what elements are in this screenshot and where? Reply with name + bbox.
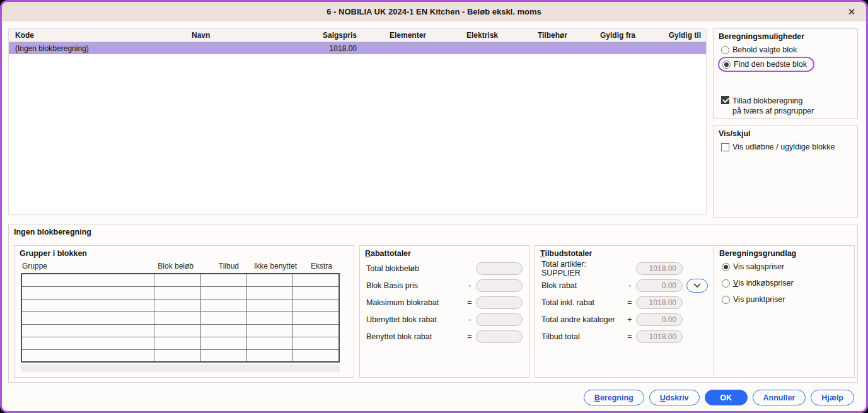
checkbox-vis-udlobne[interactable]: Vis udløbne / ugyldige blokke [721, 143, 857, 151]
row-label: Total andre kataloger [541, 315, 627, 324]
block-list-header: Kode Navn Salgspris Elementer Elektrisk … [9, 29, 706, 42]
beregningsgrundlag-title: Beregningsgrundlag [714, 246, 854, 258]
beregningsgrundlag-group: Beregningsgrundlag Vis salgspriser Vis i… [714, 245, 855, 378]
annuller-button[interactable]: Annuller [753, 390, 806, 405]
row-label: Total inkl. rabat [541, 298, 627, 307]
row-operator: = [627, 298, 633, 307]
total-andre-kataloger-field: 0.00 [636, 313, 683, 326]
table-row [21, 349, 339, 362]
list-row-ingen-blokberegning[interactable]: (Ingen blokberegning) 1018.00 [9, 42, 706, 54]
tilbudstotaler-group: Tilbudstotaler Total artikler: SUPPLIER … [535, 245, 715, 378]
column-header-navn: Navn [185, 31, 292, 40]
total-row: Blok rabat - 0.00 [541, 279, 708, 292]
column-header-gruppe: Gruppe [21, 262, 154, 270]
dialog-title: 6 - NOBILIA UK 2024-1 EN Kitchen - Beløb… [327, 7, 541, 16]
column-header-tilbud: Tilbud [200, 262, 245, 270]
vis-skjul-group: Vis/skjul Vis udløbne / ugyldige blokke [713, 125, 858, 218]
block-list: Kode Navn Salgspris Elementer Elektrisk … [8, 28, 707, 215]
horizontal-scrollbar[interactable] [21, 364, 340, 372]
row-label: Blok rabat [541, 281, 627, 290]
table-row [21, 337, 339, 349]
beregning-button[interactable]: Beregning [584, 390, 644, 405]
hjaelp-button[interactable]: Hjælp [811, 390, 854, 405]
total-blokbelob-field [476, 262, 523, 275]
checkbox-label-line1: Tillad blokberegning [732, 96, 802, 105]
blok-rabat-dropdown-button[interactable] [686, 279, 708, 293]
radio-vis-salgspriser[interactable]: Vis salgspriser [722, 262, 854, 271]
total-row: Total blokbeløb [366, 262, 523, 275]
row-label: Benyttet blok rabat [366, 332, 466, 341]
detail-panel-title: Ingen blokberegning [9, 224, 857, 236]
radio-behold-valgte-blok[interactable]: Behold valgte blok [721, 45, 857, 54]
column-header-ekstra: Ekstra [303, 262, 339, 270]
total-row: Maksimum blokrabat = [366, 296, 523, 309]
radio-label: Behold valgte blok [732, 45, 797, 54]
ok-button[interactable]: OK [705, 390, 748, 405]
tilbudstotaler-title: Tilbudstotaler [535, 246, 714, 258]
total-inkl-rabat-field: 1018.00 [636, 296, 683, 309]
titlebar: 6 - NOBILIA UK 2024-1 EN Kitchen - Beløb… [2, 2, 866, 21]
radio-label: Find den bedste blok [734, 60, 807, 69]
close-icon[interactable]: ✕ [845, 5, 859, 19]
column-header-tilbehor: Tilbehør [501, 31, 570, 40]
detail-panel: Ingen blokberegning Grupper i blokken Gr… [8, 224, 858, 383]
checkbox-label-line2: på tværs af prisgrupper [732, 107, 814, 115]
row-label: Ubenyttet blok rabat [366, 315, 466, 324]
highlight-ring: Find den bedste blok [718, 57, 814, 72]
vis-skjul-title: Vis/skjul [714, 126, 857, 138]
cell-kode: (Ingen blokberegning) [9, 44, 185, 53]
row-label: Total artikler: SUPPLIER [541, 260, 627, 277]
grupper-title: Grupper i blokken [14, 246, 354, 258]
total-row: Ubenyttet blok rabat - [366, 313, 523, 326]
radio-label: Vis indkøbspriser [733, 279, 794, 288]
block-calculation-dialog: 6 - NOBILIA UK 2024-1 EN Kitchen - Beløb… [0, 0, 868, 413]
udskriv-button[interactable]: Udskriv [649, 390, 700, 405]
chevron-down-icon [693, 282, 702, 288]
column-header-blok-belob: Blok beløb [154, 262, 200, 270]
grupper-column-headers: Gruppe Blok beløb Tilbud Ikke benyttet E… [21, 262, 349, 270]
beregningsmuligheder-title: Beregningsmuligheder [714, 29, 857, 41]
cell-salgspris: 1018.00 [292, 44, 359, 53]
table-row [21, 299, 339, 311]
column-header-gyldig-til: Gyldig til [638, 31, 703, 40]
column-header-salgspris: Salgspris [292, 31, 359, 40]
checkbox-label: Vis udløbne / ugyldige blokke [732, 143, 835, 151]
total-row: Blok Basis pris - [366, 279, 523, 292]
row-label: Total blokbeløb [366, 264, 466, 273]
column-header-kode: Kode [9, 31, 185, 40]
total-row: Benyttet blok rabat = [366, 330, 523, 343]
maksimum-blokrabat-field [476, 296, 523, 309]
row-label: Maksimum blokrabat [366, 298, 466, 307]
rabattotaler-group: Rabattotaler Total blokbeløb Blok Basis … [359, 245, 529, 378]
grupper-table [21, 273, 340, 363]
radio-icon [722, 296, 730, 304]
table-row [21, 286, 339, 299]
radio-icon [721, 46, 729, 54]
blok-rabat-field: 0.00 [636, 279, 683, 292]
checkbox-icon [721, 143, 729, 151]
table-row [21, 311, 339, 324]
total-row: Total artikler: SUPPLIER 1018.00 [541, 262, 708, 275]
radio-find-den-bedste-blok[interactable]: Find den bedste blok [722, 60, 807, 69]
row-operator: - [466, 281, 473, 290]
column-header-ikke-benyttet: Ikke benyttet [245, 262, 303, 270]
benyttet-blok-rabat-field [476, 330, 523, 343]
footer-button-bar: Beregning Udskriv OK Annuller Hjælp [2, 390, 866, 405]
radio-vis-indkobspriser[interactable]: Vis indkøbspriser [722, 279, 854, 288]
row-operator: = [466, 332, 473, 341]
checkbox-tillad-blokberegning[interactable]: Tillad blokberegning på tværs af prisgru… [721, 96, 857, 116]
column-header-elementer: Elementer [359, 31, 429, 40]
table-row [21, 324, 339, 337]
row-operator: = [627, 332, 633, 341]
tilbud-total-field: 1018.00 [636, 330, 683, 343]
radio-label: Vis salgspriser [733, 262, 784, 271]
radio-vis-punktpriser[interactable]: Vis punktpriser [722, 295, 854, 304]
row-operator: - [627, 281, 633, 290]
total-row: Total andre kataloger + 0.00 [541, 313, 708, 326]
ubenyttet-blok-rabat-field [476, 313, 523, 326]
checkbox-icon [721, 96, 729, 104]
row-operator: - [466, 315, 473, 324]
total-artikler-field: 1018.00 [636, 262, 683, 275]
beregningsmuligheder-group: Beregningsmuligheder Behold valgte blok … [713, 28, 858, 119]
row-label: Blok Basis pris [366, 281, 466, 290]
